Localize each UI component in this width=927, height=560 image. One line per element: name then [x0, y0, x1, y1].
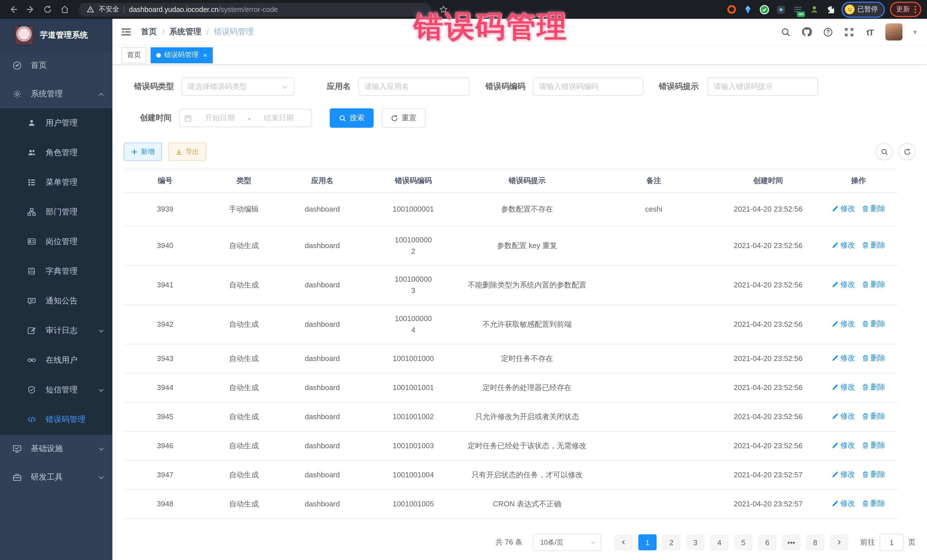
tag-close-icon[interactable]: × [202, 52, 207, 58]
column-header: 操作 [820, 169, 897, 193]
header-search-icon[interactable] [780, 26, 791, 38]
chevron-down-icon [98, 328, 104, 334]
cell-time: 2021-04-20 23:52:56 [716, 226, 820, 266]
delete-link[interactable]: 删除 [862, 411, 885, 422]
delete-link[interactable]: 删除 [862, 381, 885, 393]
date-range-picker[interactable]: 开始日期 - 结束日期 [179, 109, 312, 127]
app-name-input[interactable]: 请输入应用名 [358, 77, 470, 96]
sidebar-item-users[interactable]: 用户管理 [0, 108, 112, 138]
delete-link[interactable]: 删除 [862, 498, 885, 509]
delete-link[interactable]: 删除 [862, 318, 885, 329]
edit-link[interactable]: 修改 [832, 203, 855, 214]
cell-type: 自动生成 [207, 344, 281, 373]
page-button[interactable]: 8 [806, 534, 824, 550]
error-hint-input[interactable]: 请输入错误码提示 [707, 77, 818, 96]
extension-green-check-icon[interactable] [759, 4, 770, 15]
page-button[interactable]: 1 [638, 534, 656, 550]
extension-green-person-icon[interactable] [808, 4, 820, 15]
page-button[interactable]: 2 [662, 534, 681, 550]
fullscreen-icon[interactable] [843, 26, 854, 38]
sidebar-item-sms[interactable]: 短信管理 [0, 375, 112, 405]
edit-link[interactable]: 修改 [832, 469, 855, 480]
next-page-button[interactable] [830, 534, 848, 550]
error-type-select[interactable]: 请选择错误码类型 [181, 77, 294, 96]
sidebar-item-dev-tools[interactable]: 研发工具 [0, 463, 112, 492]
refresh-table-button[interactable] [898, 143, 916, 160]
sidebar-item-system[interactable]: 系统管理 [0, 80, 112, 108]
tag-error-code[interactable]: 错误码管理 × [150, 47, 213, 63]
github-icon[interactable] [801, 26, 812, 38]
delete-link[interactable]: 删除 [862, 240, 885, 251]
page-size-select[interactable]: 10条/页 [533, 534, 601, 551]
app-logo-row[interactable]: 芋道管理系统 [0, 19, 112, 51]
bookmark-star-icon[interactable] [436, 2, 451, 17]
sidebar-item-dictionary[interactable]: 字典管理 [0, 256, 112, 286]
delete-link[interactable]: 删除 [862, 352, 885, 364]
extension-tampermonkey-icon[interactable] [775, 4, 787, 15]
sidebar-item-posts[interactable]: 岗位管理 [0, 227, 112, 256]
font-size-icon[interactable]: tT [864, 26, 876, 38]
extensions-puzzle-icon[interactable] [825, 4, 836, 15]
help-icon[interactable] [822, 26, 833, 38]
page-button[interactable]: 3 [686, 534, 705, 550]
extension-on-badge: on [797, 11, 805, 17]
sidebar-item-infrastructure[interactable]: 基础设施 [0, 434, 112, 463]
address-bar[interactable]: 不安全 dashboard.yudao.iocoder.cn/system/er… [79, 3, 431, 16]
delete-link[interactable]: 删除 [862, 203, 885, 214]
sidebar-item-roles[interactable]: 角色管理 [0, 138, 112, 168]
edit-link[interactable]: 修改 [832, 240, 855, 251]
sidebar-toggle-icon[interactable] [120, 26, 133, 38]
browser-profile-chip[interactable]: 已暂停 [843, 3, 883, 16]
extension-blue-gem-icon[interactable] [742, 4, 754, 15]
add-button[interactable]: 新增 [124, 143, 162, 161]
app-title: 芋道管理系统 [40, 30, 88, 40]
extension-list-on-icon[interactable]: on [792, 4, 803, 15]
sidebar-item-online-users[interactable]: 在线用户 [0, 346, 112, 375]
search-button[interactable]: 搜索 [330, 108, 374, 128]
edit-link[interactable]: 修改 [832, 381, 855, 393]
cell-type: 自动生成 [207, 373, 281, 402]
edit-link[interactable]: 修改 [832, 279, 855, 290]
edit-link[interactable]: 修改 [832, 498, 855, 509]
page-ellipsis[interactable]: ••• [782, 534, 800, 550]
sidebar-item-audit-log[interactable]: 审计日志 [0, 316, 112, 346]
sidebar-item-menus[interactable]: 菜单管理 [0, 168, 112, 197]
browser-forward-icon[interactable] [23, 2, 38, 17]
edit-link[interactable]: 修改 [832, 440, 855, 451]
user-avatar[interactable] [885, 23, 903, 41]
cell-hint: 不能删除类型为系统内置的参数配置 [463, 266, 591, 305]
breadcrumb-home[interactable]: 首页 [141, 27, 157, 37]
edit-link[interactable]: 修改 [832, 411, 855, 422]
column-header: 应用名 [281, 169, 363, 193]
browser-update-button[interactable]: 更新 [893, 3, 911, 15]
reset-button[interactable]: 重置 [381, 108, 426, 128]
browser-home-icon[interactable] [57, 2, 72, 17]
delete-link[interactable]: 删除 [862, 440, 885, 451]
export-button[interactable]: 导出 [168, 143, 207, 161]
sidebar-item-home[interactable]: 首页 [0, 51, 112, 80]
cell-id: 3948 [124, 490, 207, 519]
sidebar-item-error-code[interactable]: 错误码管理 [0, 405, 112, 434]
browser-reload-icon[interactable] [40, 2, 55, 17]
cell-actions: 修改删除 [820, 490, 897, 519]
cell-id: 3947 [124, 460, 207, 490]
page-button[interactable]: 5 [734, 534, 752, 550]
prev-page-button[interactable] [614, 534, 633, 550]
error-code-input[interactable]: 请输入错误码编码 [533, 77, 643, 96]
goto-page-input[interactable]: 1 [880, 534, 904, 551]
edit-link[interactable]: 修改 [832, 352, 855, 364]
page-button[interactable]: 4 [710, 534, 728, 550]
extension-orange-ring-icon[interactable] [726, 4, 737, 15]
breadcrumb-system[interactable]: 系统管理 [169, 27, 201, 37]
browser-back-icon[interactable] [6, 2, 21, 17]
browser-menu-icon[interactable] [915, 6, 918, 13]
sidebar-item-departments[interactable]: 部门管理 [0, 197, 112, 227]
sidebar-item-notices[interactable]: 通知公告 [0, 286, 112, 316]
delete-link[interactable]: 删除 [862, 279, 885, 290]
avatar-caret-icon[interactable]: ▼ [912, 29, 918, 35]
delete-link[interactable]: 删除 [862, 469, 885, 480]
toggle-search-button[interactable] [876, 143, 893, 160]
edit-link[interactable]: 修改 [832, 318, 855, 329]
tag-home[interactable]: 首页 [122, 47, 147, 63]
page-button[interactable]: 6 [758, 534, 777, 550]
